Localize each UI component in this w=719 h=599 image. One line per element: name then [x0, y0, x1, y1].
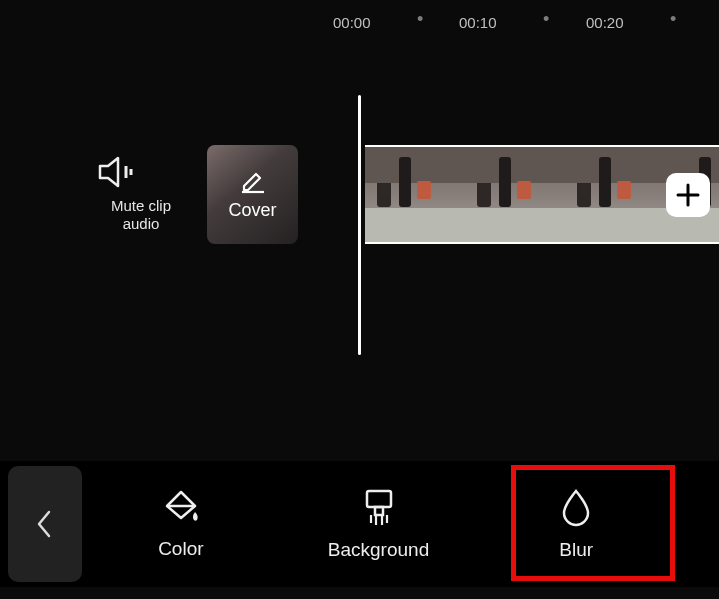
- timeline-ruler[interactable]: 00:00 • 00:10 • 00:20 •: [0, 12, 719, 32]
- mute-label: Mute clip audio: [96, 197, 186, 233]
- paint-bucket-icon: [161, 488, 201, 526]
- timeline-tick: 00:00: [333, 14, 371, 31]
- color-tool-button[interactable]: Color: [82, 466, 280, 582]
- plus-icon: [675, 182, 701, 208]
- blur-tool-button[interactable]: Blur: [477, 466, 675, 582]
- playhead[interactable]: [358, 95, 361, 355]
- timeline-tick: 00:10: [459, 14, 497, 31]
- brush-icon: [360, 487, 398, 527]
- cover-button[interactable]: Cover: [207, 145, 298, 244]
- svg-rect-6: [367, 491, 391, 507]
- timeline-dot: •: [670, 14, 676, 24]
- mute-clip-audio-button[interactable]: Mute clip audio: [96, 155, 186, 233]
- cover-label: Cover: [228, 200, 276, 221]
- back-button[interactable]: [8, 466, 82, 582]
- background-label: Background: [328, 539, 429, 561]
- add-clip-button[interactable]: [666, 173, 710, 217]
- bottom-toolbar: Color Background Blur: [0, 461, 719, 587]
- color-label: Color: [158, 538, 203, 560]
- droplet-icon: [561, 487, 591, 527]
- timeline-dot: •: [417, 14, 423, 24]
- edit-icon: [240, 168, 266, 194]
- svg-rect-7: [375, 507, 383, 515]
- clip-frame: [465, 147, 565, 242]
- clip-frame: [565, 147, 665, 242]
- timeline-dot: •: [543, 14, 549, 24]
- speaker-muted-icon: [96, 155, 136, 189]
- chevron-left-icon: [35, 508, 55, 540]
- editor-area: Mute clip audio Cover: [0, 95, 719, 355]
- blur-label: Blur: [559, 539, 593, 561]
- clip-frame: [365, 147, 465, 242]
- background-tool-button[interactable]: Background: [280, 466, 478, 582]
- timeline-tick: 00:20: [586, 14, 624, 31]
